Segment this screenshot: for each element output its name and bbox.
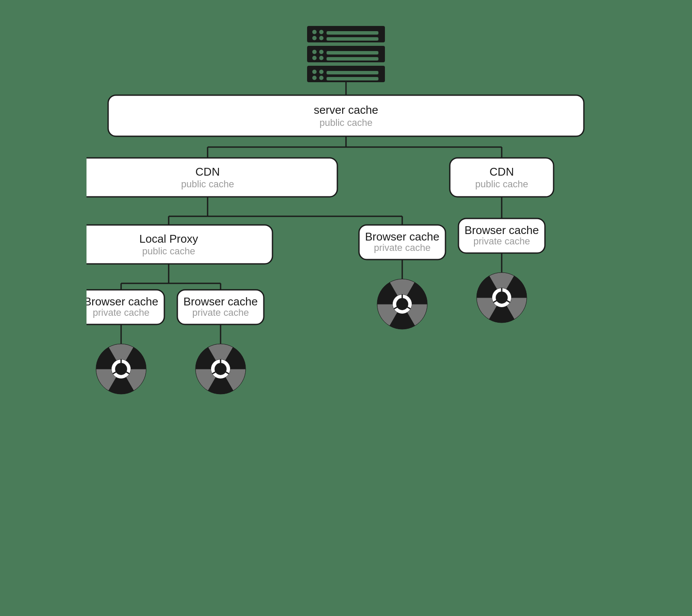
svg-text:public cache: public cache: [142, 246, 195, 257]
svg-text:Browser cache: Browser cache: [183, 295, 258, 308]
svg-rect-1: [312, 30, 317, 34]
svg-text:public cache: public cache: [181, 179, 234, 189]
svg-rect-16: [319, 70, 324, 74]
svg-text:private cache: private cache: [474, 236, 530, 247]
svg-rect-13: [327, 57, 378, 61]
svg-rect-4: [312, 36, 317, 40]
svg-rect-12: [319, 56, 324, 60]
svg-rect-20: [327, 77, 378, 80]
svg-rect-10: [327, 51, 378, 55]
svg-text:private cache: private cache: [374, 242, 431, 253]
svg-text:CDN: CDN: [195, 165, 220, 178]
svg-rect-5: [319, 36, 324, 40]
svg-text:public cache: public cache: [320, 117, 372, 128]
svg-rect-6: [327, 37, 378, 41]
svg-rect-17: [327, 71, 378, 74]
svg-text:server cache: server cache: [314, 103, 378, 116]
svg-rect-8: [312, 50, 317, 54]
svg-text:Local Proxy: Local Proxy: [139, 232, 198, 245]
svg-rect-18: [312, 76, 317, 80]
svg-text:Browser cache: Browser cache: [86, 295, 158, 308]
svg-rect-15: [312, 70, 317, 74]
svg-text:private cache: private cache: [192, 307, 249, 318]
svg-rect-2: [319, 30, 324, 34]
svg-rect-19: [319, 76, 324, 80]
svg-text:Browser cache: Browser cache: [465, 224, 539, 237]
svg-text:Browser cache: Browser cache: [365, 230, 439, 243]
svg-rect-9: [319, 50, 324, 54]
svg-rect-11: [312, 56, 317, 60]
svg-text:CDN: CDN: [490, 165, 514, 178]
full-diagram: server cachepublic cacheCDNpublic cacheC…: [86, 13, 606, 610]
svg-text:public cache: public cache: [475, 179, 528, 189]
svg-text:private cache: private cache: [93, 307, 150, 318]
svg-rect-3: [327, 31, 378, 35]
